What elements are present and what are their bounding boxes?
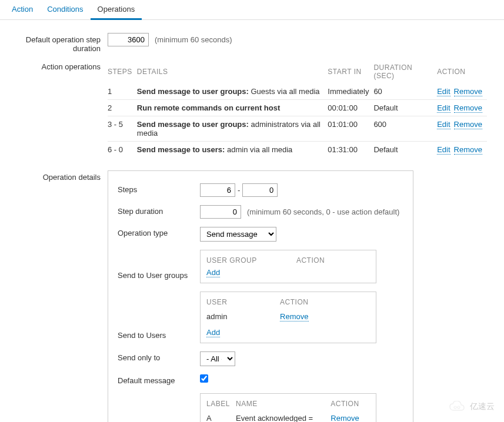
remove-link[interactable]: Remove — [454, 87, 482, 96]
th-cond-label: LABEL — [206, 400, 236, 411]
label-op-details: Operation details — [5, 170, 108, 182]
label-send-users: Send to Users — [118, 329, 200, 343]
cell-steps: 2 — [108, 100, 137, 116]
tab-operations[interactable]: Operations — [91, 0, 142, 20]
hint-default-step: (minimum 60 seconds) — [155, 35, 232, 44]
cell-start: 01:31:00 — [328, 142, 373, 158]
th-details: DETAILS — [137, 60, 328, 83]
input-step-to[interactable] — [242, 183, 278, 197]
cloud-icon — [449, 401, 466, 413]
cell-steps: 1 — [108, 83, 137, 100]
th-startin: START IN — [328, 60, 373, 83]
cell-start: Immediately — [328, 83, 373, 100]
cell-dur: 60 — [373, 83, 437, 100]
label-steps: Steps — [118, 183, 200, 194]
operation-details-panel: Steps - Step duration (minimum 60 second… — [108, 170, 413, 422]
checkbox-default-message[interactable] — [200, 374, 208, 383]
cell-start: 01:01:00 — [328, 116, 373, 142]
edit-link[interactable]: Edit — [437, 120, 450, 129]
label-send-user-groups: Send to User groups — [118, 269, 200, 283]
select-send-only-to[interactable]: - All - — [200, 351, 235, 366]
cell-dur: Default — [373, 100, 437, 116]
label-step-duration: Step duration — [118, 205, 200, 216]
th-user-group: USER GROUP — [206, 256, 296, 268]
edit-link[interactable]: Edit — [437, 145, 450, 155]
cell-details: Send message to user groups: Guests via … — [137, 83, 328, 100]
add-user-group-link[interactable]: Add — [206, 268, 220, 277]
th-user: USER — [206, 298, 280, 310]
input-default-step-duration[interactable] — [108, 33, 149, 46]
select-operation-type[interactable]: Send message — [200, 227, 276, 242]
cell-user: admin — [206, 310, 280, 323]
row-operation-details: Operation details Steps - Step duration … — [0, 167, 504, 422]
tab-action[interactable]: Action — [5, 0, 40, 20]
remove-link[interactable]: Remove — [454, 120, 482, 129]
label-operation-type: Operation type — [118, 227, 200, 237]
hint-step-duration: (minimum 60 seconds, 0 - use action defa… — [247, 207, 399, 216]
remove-link[interactable]: Remove — [454, 145, 482, 155]
cell-details: Send message to users: admin via all med… — [137, 142, 328, 158]
svg-point-0 — [454, 406, 456, 408]
input-step-duration[interactable] — [200, 205, 241, 219]
th-cond-action: ACTION — [331, 400, 370, 411]
ops-row: 3 - 5 Send message to user groups: admin… — [108, 116, 487, 142]
ops-row: 2 Run remote commands on current host 00… — [108, 100, 487, 116]
svg-point-1 — [458, 406, 460, 408]
edit-link[interactable]: Edit — [437, 87, 450, 96]
th-duration: DURATION (SEC) — [373, 60, 437, 83]
tabs: Action Conditions Operations — [0, 0, 504, 20]
ops-row: 1 Send message to user groups: Guests vi… — [108, 83, 487, 100]
row-default-step-duration: Default operation step duration (minimum… — [0, 29, 504, 56]
user-groups-box: USER GROUP ACTION Add — [200, 250, 376, 283]
remove-condition-link[interactable]: Remove — [331, 414, 359, 422]
input-step-from[interactable] — [200, 183, 235, 197]
label-default-message: Default message — [118, 374, 200, 385]
cell-details: Send message to user groups: administrat… — [137, 116, 328, 142]
cell-steps: 3 - 5 — [108, 116, 137, 142]
th-steps: STEPS — [108, 60, 137, 83]
th-user-action: ACTION — [280, 298, 370, 310]
row-action-operations: Action operations STEPS DETAILS START IN… — [0, 56, 504, 161]
cell-cond-name: Event acknowledged = Not Ack — [236, 411, 331, 422]
users-box: USER ACTION admin Remove Add — [200, 292, 376, 343]
ops-row: 6 - 0 Send message to users: admin via a… — [108, 142, 487, 158]
add-user-link[interactable]: Add — [206, 328, 220, 337]
th-action: ACTION — [437, 60, 487, 83]
cell-dur: 600 — [373, 116, 437, 142]
conditions-box: LABEL NAME ACTION A Event acknowledged =… — [200, 393, 376, 422]
watermark: 亿速云 — [449, 401, 495, 413]
tab-conditions[interactable]: Conditions — [40, 0, 90, 20]
remove-user-link[interactable]: Remove — [280, 312, 308, 321]
remove-link[interactable]: Remove — [454, 103, 482, 113]
cell-details: Run remote commands on current host — [137, 100, 328, 116]
th-ug-action: ACTION — [296, 256, 370, 268]
action-ops-table: STEPS DETAILS START IN DURATION (SEC) AC… — [108, 60, 487, 158]
cell-cond-label: A — [206, 411, 236, 422]
label-send-only-to: Send only to — [118, 351, 200, 362]
th-cond-name: NAME — [236, 400, 331, 411]
cell-steps: 6 - 0 — [108, 142, 137, 158]
cell-start: 00:01:00 — [328, 100, 373, 116]
label-default-step: Default operation step duration — [5, 33, 108, 53]
edit-link[interactable]: Edit — [437, 103, 450, 113]
label-action-ops: Action operations — [5, 60, 108, 71]
cell-dur: Default — [373, 142, 437, 158]
